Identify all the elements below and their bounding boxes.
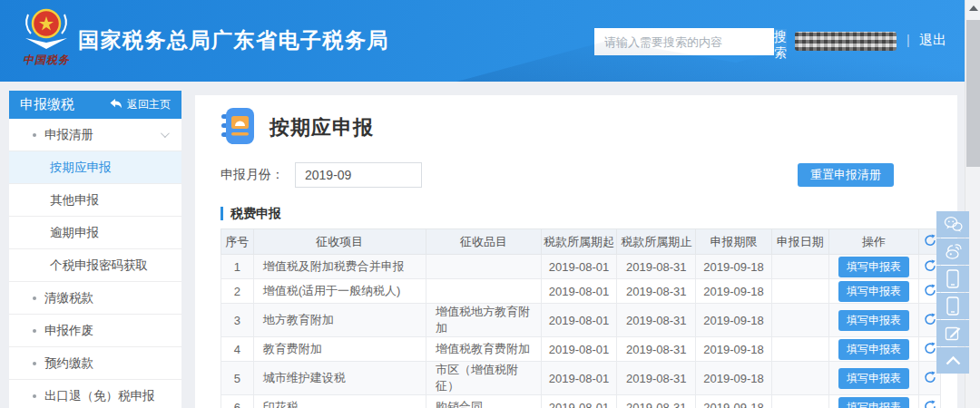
table-row: 1增值税及附加税费合并申报2019-08-012019-08-312019-09… [221, 255, 941, 279]
cell-period-start: 2019-08-01 [541, 395, 616, 408]
sidebar-item-label: 其他申报 [50, 192, 99, 209]
cell-period-end: 2019-08-31 [617, 304, 696, 337]
fill-declaration-button[interactable]: 填写申报表 [838, 368, 909, 389]
fill-declaration-button[interactable]: 填写申报表 [838, 310, 909, 331]
sidebar-item-label: 预约缴款 [44, 355, 93, 372]
refresh-icon[interactable] [924, 234, 936, 247]
bullet-icon [33, 296, 36, 300]
month-input[interactable] [295, 162, 422, 188]
cell-declare-date [771, 304, 828, 337]
refresh-icon[interactable] [924, 400, 936, 408]
sidebar-item[interactable]: 预约缴款 [9, 347, 181, 380]
scrollbar-thumb[interactable] [966, 20, 980, 167]
fill-declaration-button[interactable]: 填写申报表 [838, 339, 909, 360]
sidebar-item[interactable]: 个税申报密码获取 [9, 249, 181, 282]
feedback-icon[interactable] [936, 320, 969, 346]
sidebar-item[interactable]: 申报作废 [9, 315, 181, 347]
table-row: 4教育费附加增值税教育费附加2019-08-012019-08-312019-0… [221, 337, 941, 362]
sidebar-item[interactable]: 其他申报 [9, 184, 181, 217]
cell-period-end: 2019-08-31 [617, 395, 696, 408]
cell-item: 购销合同 [426, 395, 542, 408]
cell-deadline: 2019-09-18 [696, 255, 771, 279]
table-row: 3地方教育附加增值税地方教育附加2019-08-012019-08-312019… [221, 304, 941, 337]
column-header: 征收项目 [253, 229, 426, 255]
logo-caption: 中国税务 [15, 53, 78, 68]
cell-refresh [919, 395, 941, 408]
cell-action: 填写申报表 [829, 255, 919, 279]
wechat-icon[interactable] [936, 211, 969, 238]
cell-item: 增值税地方教育附加 [426, 304, 542, 337]
cell-project: 教育费附加 [253, 337, 426, 362]
fill-declaration-button[interactable]: 填写申报表 [838, 281, 909, 302]
cell-item [426, 255, 542, 279]
mobile-2-icon[interactable] [936, 293, 969, 319]
refresh-icon[interactable] [924, 342, 936, 355]
cell-action: 填写申报表 [829, 279, 919, 304]
main-panel: 按期应申报 申报月份： 重置申报清册 税费申报 序号征收项目征收品目税款所属期起… [195, 95, 957, 408]
logo: 中国税务 [15, 5, 78, 68]
cell-action: 填写申报表 [829, 395, 919, 408]
cell-index: 1 [221, 255, 254, 279]
china-tax-emblem-icon [18, 38, 74, 53]
cell-declare-date [771, 279, 828, 304]
cell-deadline: 2019-09-18 [696, 337, 771, 362]
cell-project: 地方教育附加 [253, 304, 426, 337]
back-home-label: 返回主页 [127, 97, 171, 112]
sidebar-item[interactable]: 出口退（免）税申报 [9, 380, 181, 408]
cell-deadline: 2019-09-18 [696, 362, 771, 395]
cell-project: 增值税及附加税费合并申报 [253, 255, 426, 279]
sidebar-item-label: 个税申报密码获取 [50, 257, 148, 274]
page-title: 按期应申报 [270, 114, 374, 141]
declaration-table: 序号征收项目征收品目税款所属期起税款所属期止申报期限申报日期操作 1增值税及附加… [220, 228, 941, 408]
column-header: 申报日期 [771, 229, 828, 255]
scroll-up-arrow-icon[interactable] [969, 5, 978, 11]
table-row: 5城市维护建设税市区（增值税附征）2019-08-012019-08-31201… [221, 362, 941, 395]
back-to-top-icon[interactable] [936, 347, 969, 374]
back-arrow-icon [110, 99, 122, 112]
cell-deadline: 2019-09-18 [696, 304, 771, 337]
cell-index: 4 [221, 337, 254, 362]
refresh-icon[interactable] [924, 371, 936, 384]
column-header: 申报期限 [696, 229, 771, 255]
sidebar-item[interactable]: 逾期申报 [9, 217, 181, 249]
fill-declaration-button[interactable]: 填写申报表 [838, 257, 909, 277]
cell-period-start: 2019-08-01 [541, 255, 616, 279]
refresh-icon[interactable] [924, 284, 936, 296]
sidebar-item-label: 申报清册 [44, 127, 93, 143]
cell-declare-date [771, 362, 828, 395]
sidebar-item[interactable]: 按期应申报 [9, 151, 181, 184]
mobile-icon[interactable] [936, 266, 969, 292]
search-button[interactable]: 搜索 [773, 29, 787, 54]
cell-declare-date [771, 337, 828, 362]
table-row: 6印花税购销合同2019-08-012019-08-312019-09-18填写… [221, 395, 941, 408]
sidebar-item[interactable]: 申报清册 [9, 119, 181, 151]
fill-declaration-button[interactable]: 填写申报表 [838, 397, 909, 408]
back-home-link[interactable]: 返回主页 [110, 97, 171, 112]
cell-item: 市区（增值税附征） [426, 362, 542, 395]
refresh-icon[interactable] [924, 259, 936, 272]
cell-project: 城市维护建设税 [253, 362, 426, 395]
month-label: 申报月份： [220, 167, 284, 183]
cell-action: 填写申报表 [829, 304, 919, 337]
column-header: 税款所属期起 [541, 229, 616, 255]
floating-toolbar [936, 211, 969, 374]
site-title: 国家税务总局广东省电子税务局 [78, 26, 389, 54]
column-header: 征收品目 [426, 229, 542, 255]
reset-declaration-button[interactable]: 重置申报清册 [798, 163, 894, 187]
app-header: 中国税务 国家税务总局广东省电子税务局 搜索 | 退出 [0, 0, 965, 82]
sidebar-item[interactable]: 清缴税款 [9, 282, 181, 315]
table-body: 1增值税及附加税费合并申报2019-08-012019-08-312019-09… [221, 255, 941, 408]
search-input[interactable] [595, 29, 773, 54]
refresh-icon[interactable] [924, 313, 936, 325]
cell-period-end: 2019-08-31 [617, 279, 696, 304]
column-header: 操作 [829, 229, 919, 255]
cell-action: 填写申报表 [829, 337, 919, 362]
sidebar-item-label: 出口退（免）税申报 [44, 388, 155, 404]
sidebar-item-label: 清缴税款 [44, 290, 93, 306]
sidebar-menu: 申报清册按期应申报其他申报逾期申报个税申报密码获取清缴税款申报作废预约缴款出口退… [9, 119, 181, 408]
logout-link[interactable]: 退出 [919, 32, 946, 49]
declaration-book-icon [220, 107, 257, 149]
cell-index: 3 [221, 304, 254, 337]
cell-period-start: 2019-08-01 [541, 337, 616, 362]
weibo-icon[interactable] [936, 238, 969, 265]
